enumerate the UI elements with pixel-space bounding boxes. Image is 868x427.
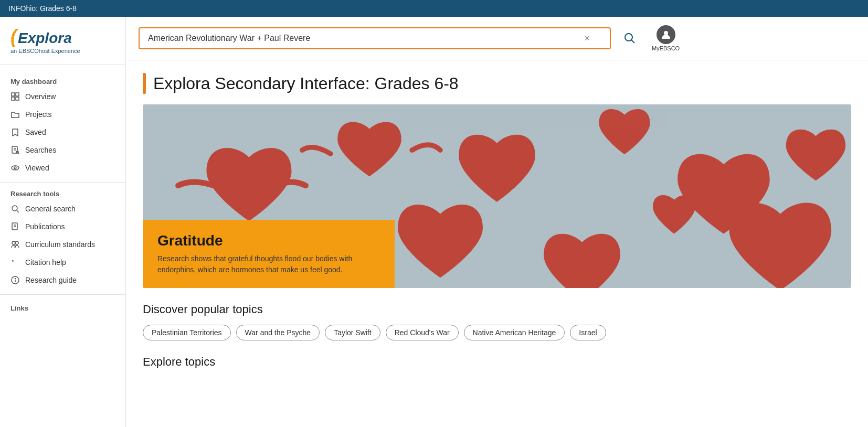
topic-pill-2[interactable]: Taylor Swift bbox=[325, 325, 380, 340]
search-submit-button[interactable] bbox=[617, 28, 641, 49]
svg-rect-3 bbox=[16, 97, 19, 100]
svg-point-9 bbox=[12, 166, 19, 170]
logo-area: ( Explora an EBSCOhost Experience bbox=[0, 27, 125, 65]
bookmark-icon bbox=[10, 127, 20, 137]
hero-description: Research shows that grateful thoughts fl… bbox=[157, 253, 380, 275]
sidebar-overview-label: Overview bbox=[25, 92, 56, 101]
sidebar-publications-label: Publications bbox=[25, 222, 65, 231]
sidebar-item-searches[interactable]: Searches bbox=[0, 141, 125, 159]
svg-rect-0 bbox=[12, 93, 15, 96]
page-body: Explora Secondary Interface: Grades 6-8 bbox=[126, 60, 868, 381]
svg-point-21 bbox=[15, 279, 16, 279]
user-area[interactable]: MyEBSCO bbox=[652, 25, 680, 51]
topic-pill-0[interactable]: Palestinian Territories bbox=[143, 325, 231, 340]
user-avatar bbox=[657, 25, 675, 44]
sidebar-item-citation[interactable]: " Citation help bbox=[0, 253, 125, 271]
page-title-accent-bar bbox=[143, 73, 146, 94]
logo-bracket: ( bbox=[10, 27, 17, 46]
search-icon-btn bbox=[623, 37, 635, 45]
svg-point-24 bbox=[664, 31, 668, 35]
hero-title: Gratitude bbox=[157, 232, 380, 249]
tools-label: Research tools bbox=[0, 188, 125, 200]
doc-search-icon bbox=[10, 145, 20, 155]
sidebar-citation-label: Citation help bbox=[25, 258, 66, 266]
search-input[interactable] bbox=[139, 27, 611, 49]
main-header: × MyEBSCO bbox=[126, 17, 868, 60]
explore-topics-title: Explore topics bbox=[143, 355, 851, 369]
sidebar-item-projects[interactable]: Projects bbox=[0, 105, 125, 123]
logo-name: Explora bbox=[18, 30, 72, 47]
sidebar-divider-2 bbox=[0, 294, 125, 295]
svg-point-22 bbox=[625, 34, 632, 41]
links-label: Links bbox=[0, 300, 125, 314]
svg-text:": " bbox=[12, 259, 15, 266]
app-layout: ( Explora an EBSCOhost Experience My das… bbox=[0, 17, 868, 427]
search-clear-button[interactable]: × bbox=[584, 33, 590, 44]
svg-line-12 bbox=[17, 210, 19, 212]
page-title: Explora Secondary Interface: Grades 6-8 bbox=[153, 74, 459, 93]
svg-line-23 bbox=[631, 40, 634, 43]
topic-pill-1[interactable]: War and the Psyche bbox=[236, 325, 320, 340]
search-wrapper: × bbox=[139, 27, 611, 49]
sidebar-item-overview[interactable]: Overview bbox=[0, 88, 125, 105]
svg-rect-2 bbox=[12, 97, 15, 100]
svg-point-17 bbox=[15, 241, 18, 244]
eye-icon bbox=[10, 163, 20, 173]
sidebar-general-search-label: General search bbox=[25, 205, 76, 213]
topic-pill-4[interactable]: Native American Heritage bbox=[464, 325, 565, 340]
publications-icon bbox=[10, 222, 20, 231]
sidebar-item-saved[interactable]: Saved bbox=[0, 123, 125, 141]
sidebar-item-viewed[interactable]: Viewed bbox=[0, 159, 125, 177]
page-title-area: Explora Secondary Interface: Grades 6-8 bbox=[143, 73, 851, 94]
topic-pill-5[interactable]: Israel bbox=[570, 325, 606, 340]
info-icon bbox=[10, 275, 20, 285]
sidebar-item-curriculum[interactable]: Curriculum standards bbox=[0, 236, 125, 253]
svg-line-8 bbox=[18, 153, 19, 154]
top-bar: INFOhio: Grades 6-8 bbox=[0, 0, 868, 17]
sidebar-item-research-guide[interactable]: Research guide bbox=[0, 271, 125, 289]
grid-icon bbox=[10, 92, 20, 101]
sidebar-projects-label: Projects bbox=[25, 110, 52, 119]
search-icon bbox=[10, 204, 20, 214]
main-content: × MyEBSCO bbox=[126, 17, 868, 427]
topic-pill-3[interactable]: Red Cloud's War bbox=[386, 325, 459, 340]
sidebar-curriculum-label: Curriculum standards bbox=[25, 240, 95, 249]
folder-icon bbox=[10, 110, 20, 119]
svg-point-10 bbox=[14, 167, 16, 169]
user-label: MyEBSCO bbox=[652, 45, 680, 51]
quote-icon: " bbox=[10, 258, 20, 267]
dashboard-label: My dashboard bbox=[0, 73, 125, 88]
svg-rect-1 bbox=[16, 93, 19, 96]
sidebar-item-publications[interactable]: Publications bbox=[0, 218, 125, 236]
top-bar-label: INFOhio: Grades 6-8 bbox=[8, 4, 77, 13]
sidebar-viewed-label: Viewed bbox=[25, 164, 49, 172]
sidebar-saved-label: Saved bbox=[25, 128, 46, 136]
svg-point-11 bbox=[12, 206, 17, 211]
hero-area: Gratitude Research shows that grateful t… bbox=[143, 104, 851, 288]
popular-topics-title: Discover popular topics bbox=[143, 303, 851, 316]
sidebar-item-general-search[interactable]: General search bbox=[0, 200, 125, 218]
curriculum-icon bbox=[10, 240, 20, 249]
sidebar-searches-label: Searches bbox=[25, 146, 56, 154]
logo-sub: an EBSCOhost Experience bbox=[10, 48, 115, 54]
sidebar-research-guide-label: Research guide bbox=[25, 276, 77, 284]
sidebar: ( Explora an EBSCOhost Experience My das… bbox=[0, 17, 126, 427]
topics-row: Palestinian Territories War and the Psyc… bbox=[143, 325, 851, 340]
sidebar-divider-1 bbox=[0, 182, 125, 183]
hero-overlay: Gratitude Research shows that grateful t… bbox=[143, 220, 395, 288]
svg-point-16 bbox=[12, 241, 15, 244]
